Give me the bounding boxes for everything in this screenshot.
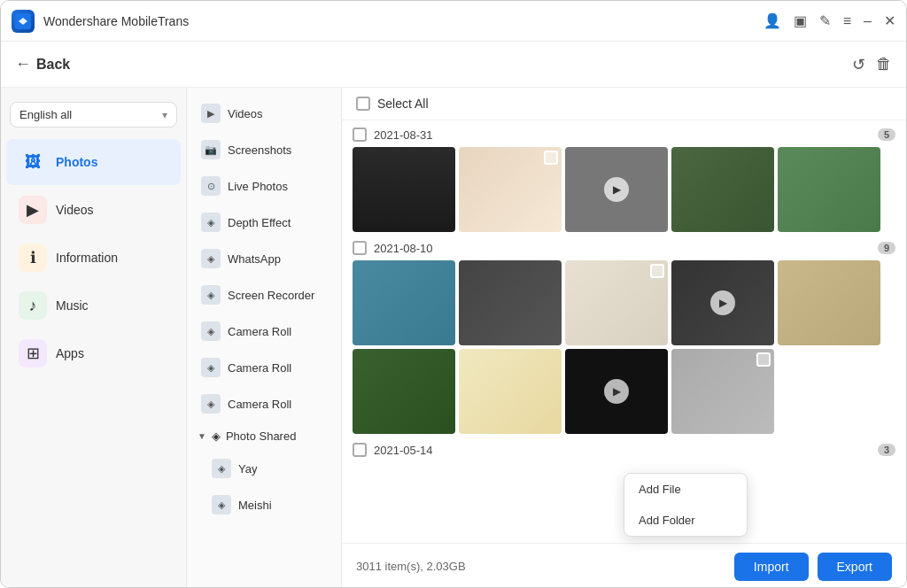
mid-item-screen-recorder[interactable]: ◈ Screen Recorder xyxy=(190,277,337,313)
photo-thumb[interactable]: ▶ xyxy=(565,147,668,232)
play-button[interactable]: ▶ xyxy=(710,290,735,315)
date-row-0: 2021-08-31 5 xyxy=(353,128,895,142)
select-all-label: Select All xyxy=(377,97,429,111)
mid-item-label: WhatsApp xyxy=(228,252,281,266)
photo-thumb[interactable]: ▶ xyxy=(671,260,774,345)
mid-item-label: Meishi xyxy=(238,499,272,512)
mid-item-camera-roll-2[interactable]: ◈ Camera Roll xyxy=(190,350,337,385)
photo-thumb[interactable] xyxy=(459,349,562,434)
sidebar-item-label: Apps xyxy=(56,346,84,360)
photo-shared-arrow-icon: ▼ xyxy=(198,431,206,441)
mid-item-camera-roll-1[interactable]: ◈ Camera Roll xyxy=(190,313,337,349)
mid-item-videos[interactable]: ▶ Videos xyxy=(190,96,337,131)
mid-item-depth-effect[interactable]: ◈ Depth Effect xyxy=(190,205,337,240)
close-icon[interactable]: ✕ xyxy=(884,12,895,29)
videos-icon: ▶ xyxy=(19,196,47,224)
photo-select-overlay[interactable] xyxy=(756,352,771,367)
mid-item-label: Yay xyxy=(238,462,257,476)
photo-thumb[interactable] xyxy=(353,260,455,345)
photo-shared-header[interactable]: ▼ ◈ Photo Shared xyxy=(187,422,341,450)
delete-icon[interactable]: 🗑 xyxy=(876,55,892,74)
photos-icon: 🖼 xyxy=(19,148,47,176)
photo-thumb[interactable] xyxy=(778,147,880,232)
photo-thumb[interactable]: ▶ xyxy=(565,349,668,434)
photo-thumb[interactable] xyxy=(353,349,455,434)
select-all-row: Select All xyxy=(356,97,429,111)
sidebar-item-photos[interactable]: 🖼 Photos xyxy=(6,139,181,185)
mid-item-whatsapp[interactable]: ◈ WhatsApp xyxy=(190,241,337,276)
bottom-actions: Import Export xyxy=(734,553,892,581)
photo-grid-0: ▶ xyxy=(353,147,895,232)
import-button[interactable]: Import xyxy=(734,553,809,581)
camera-roll-2-mid-icon: ◈ xyxy=(201,358,221,377)
back-label: Back xyxy=(36,57,70,73)
mid-item-label: Screenshots xyxy=(228,143,291,157)
mid-item-label: Videos xyxy=(228,107,263,120)
photo-thumb[interactable] xyxy=(353,147,455,232)
photo-thumb[interactable] xyxy=(671,147,774,232)
bottom-bar: 3011 item(s), 2.03GB Import Export xyxy=(342,543,906,588)
photo-thumb[interactable] xyxy=(778,260,880,345)
minimize-icon[interactable]: – xyxy=(864,13,872,29)
videos-mid-icon: ▶ xyxy=(201,104,221,123)
mid-item-meishi[interactable]: ◈ Meishi xyxy=(190,487,337,522)
whatsapp-mid-icon: ◈ xyxy=(201,249,221,268)
sidebar-item-label: Music xyxy=(56,298,89,313)
mid-item-label: Depth Effect xyxy=(228,216,291,229)
mid-item-camera-roll-3[interactable]: ◈ Camera Roll xyxy=(190,386,337,422)
count-badge-1: 9 xyxy=(878,242,895,254)
photo-thumb[interactable] xyxy=(459,147,562,232)
apps-icon: ⊞ xyxy=(19,339,47,368)
date-label-1: 2021-08-10 xyxy=(374,242,433,255)
bottom-info: 3011 item(s), 2.03GB xyxy=(356,560,466,573)
back-button[interactable]: ← Back xyxy=(15,55,70,74)
information-icon: ℹ xyxy=(19,244,47,272)
photo-thumb[interactable] xyxy=(459,260,562,345)
mid-item-label: Camera Roll xyxy=(228,325,291,338)
content-area: English all ▾ 🖼 Photos ▶ Videos ℹ Inform… xyxy=(1,88,906,588)
app-body: ← Back ↺ 🗑 English all ▾ 🖼 Photos ▶ Vide… xyxy=(1,42,906,588)
mid-item-label: Camera Roll xyxy=(228,361,291,375)
sidebar-item-information[interactable]: ℹ Information xyxy=(6,235,181,281)
back-bar: ← Back ↺ 🗑 xyxy=(1,42,906,88)
main-toolbar: Select All xyxy=(342,88,906,120)
camera-roll-3-mid-icon: ◈ xyxy=(201,394,221,414)
sidebar-item-music[interactable]: ♪ Music xyxy=(6,282,181,329)
mid-item-label: Camera Roll xyxy=(228,398,291,411)
window-controls: 👤 ▣ ✎ ≡ – ✕ xyxy=(764,12,895,29)
section-checkbox-1[interactable] xyxy=(353,241,367,255)
section-checkbox-2[interactable] xyxy=(353,443,367,457)
photo-shared-icon: ◈ xyxy=(212,429,221,443)
profile-icon[interactable]: 👤 xyxy=(764,12,781,29)
sidebar-item-apps[interactable]: ⊞ Apps xyxy=(6,330,181,376)
app-logo xyxy=(12,10,35,33)
play-button[interactable]: ▶ xyxy=(604,379,629,404)
language-dropdown[interactable]: English all ▾ xyxy=(10,102,177,128)
photo-thumb[interactable] xyxy=(671,349,774,434)
mid-item-screenshots[interactable]: 📷 Screenshots xyxy=(190,132,337,167)
music-icon: ♪ xyxy=(19,291,47,320)
export-button[interactable]: Export xyxy=(818,553,892,581)
yay-mid-icon: ◈ xyxy=(212,459,231,478)
sidebar-item-label: Photos xyxy=(56,155,97,169)
menu-icon[interactable]: ≡ xyxy=(843,13,851,29)
sidebar-item-videos[interactable]: ▶ Videos xyxy=(6,187,181,233)
add-file-menu-item[interactable]: Add File xyxy=(624,474,747,505)
photo-select-overlay[interactable] xyxy=(544,151,558,165)
play-button[interactable]: ▶ xyxy=(604,177,629,202)
mid-item-live-photos[interactable]: ⊙ Live Photos xyxy=(190,168,337,204)
maximize-icon[interactable]: ▣ xyxy=(794,12,807,29)
add-folder-menu-item[interactable]: Add Folder xyxy=(624,505,747,536)
photo-thumb[interactable] xyxy=(565,260,668,345)
section-checkbox-0[interactable] xyxy=(353,128,367,142)
left-sidebar: English all ▾ 🖼 Photos ▶ Videos ℹ Inform… xyxy=(1,88,187,588)
photo-select-overlay[interactable] xyxy=(650,264,664,278)
date-row-1: 2021-08-10 9 xyxy=(353,241,895,255)
app-title: Wondershare MobileTrans xyxy=(43,14,764,28)
edit-icon[interactable]: ✎ xyxy=(819,12,831,29)
select-all-checkbox[interactable] xyxy=(356,97,370,111)
mid-item-label: Live Photos xyxy=(228,180,288,193)
mid-item-yay[interactable]: ◈ Yay xyxy=(190,451,337,486)
depth-effect-mid-icon: ◈ xyxy=(201,213,221,232)
refresh-icon[interactable]: ↺ xyxy=(852,55,865,74)
